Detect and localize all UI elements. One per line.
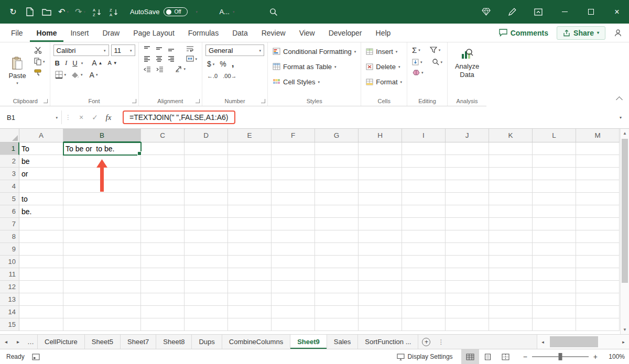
column-header-E[interactable]: E bbox=[228, 129, 272, 142]
cell-D10[interactable] bbox=[185, 256, 228, 268]
cell-H14[interactable] bbox=[359, 306, 402, 318]
cell-F10[interactable] bbox=[272, 256, 315, 268]
conditional-formatting-button[interactable]: Conditional Formatting ▾ bbox=[271, 45, 357, 58]
cell-I9[interactable] bbox=[402, 243, 446, 256]
column-header-I[interactable]: I bbox=[402, 129, 446, 142]
cell-H8[interactable] bbox=[359, 230, 402, 243]
tab-view[interactable]: View bbox=[292, 24, 322, 42]
cell-K5[interactable] bbox=[489, 193, 533, 205]
cell-E13[interactable] bbox=[228, 293, 272, 306]
top-align-button[interactable] bbox=[142, 45, 152, 53]
row-header-3[interactable]: 3 bbox=[0, 168, 19, 180]
column-header-L[interactable]: L bbox=[533, 129, 576, 142]
cell-D1[interactable] bbox=[185, 142, 228, 155]
font-size-select[interactable]: 11▾ bbox=[111, 45, 135, 56]
borders-button[interactable]: ▾ bbox=[53, 70, 68, 80]
autosum-button[interactable]: Σ▾ bbox=[410, 45, 422, 56]
cell-H13[interactable] bbox=[359, 293, 402, 306]
cell-F3[interactable] bbox=[272, 168, 315, 180]
cell-F7[interactable] bbox=[272, 218, 315, 230]
column-header-C[interactable]: C bbox=[141, 129, 185, 142]
cell-C5[interactable] bbox=[141, 193, 185, 205]
normal-view-button[interactable] bbox=[461, 349, 479, 364]
tab-draw[interactable]: Draw bbox=[95, 24, 126, 42]
find-select-button[interactable]: ▾ bbox=[430, 57, 444, 67]
expand-formula-bar-icon[interactable]: ▾ bbox=[620, 115, 626, 120]
cell-D3[interactable] bbox=[185, 168, 228, 180]
row-header-7[interactable]: 7 bbox=[0, 218, 19, 230]
clear-button[interactable]: ▾ bbox=[410, 68, 425, 76]
cell-A10[interactable] bbox=[19, 256, 63, 268]
zoom-out-button[interactable]: − bbox=[523, 352, 527, 361]
cell-A13[interactable] bbox=[19, 293, 63, 306]
cell-K6[interactable] bbox=[489, 205, 533, 218]
orientation-button[interactable]: ab▾ bbox=[173, 64, 188, 73]
cell-M5[interactable] bbox=[576, 193, 620, 205]
decrease-indent-button[interactable] bbox=[142, 65, 153, 73]
cell-A14[interactable] bbox=[19, 306, 63, 318]
cell-G15[interactable] bbox=[315, 318, 359, 331]
merge-center-button[interactable]: ▾ bbox=[185, 54, 199, 63]
vertical-scrollbar[interactable]: ▲ ▼ bbox=[620, 129, 629, 334]
cell-C15[interactable] bbox=[141, 318, 185, 331]
sheet-tab-sheet8[interactable]: Sheet8 bbox=[156, 335, 192, 349]
row-header-9[interactable]: 9 bbox=[0, 243, 19, 256]
cell-H9[interactable] bbox=[359, 243, 402, 256]
cell-F9[interactable] bbox=[272, 243, 315, 256]
sheet-tab-combinecolumns[interactable]: CombineColumns bbox=[222, 335, 290, 349]
cell-G1[interactable] bbox=[315, 142, 359, 155]
cell-B9[interactable] bbox=[63, 243, 141, 256]
tab-formulas[interactable]: Formulas bbox=[181, 24, 225, 42]
cell-L13[interactable] bbox=[533, 293, 576, 306]
cell-D2[interactable] bbox=[185, 155, 228, 168]
autosave-sync-icon[interactable]: ↻ bbox=[5, 4, 21, 20]
scroll-left-icon[interactable]: ◂ bbox=[537, 335, 548, 349]
cell-K8[interactable] bbox=[489, 230, 533, 243]
cell-L11[interactable] bbox=[533, 268, 576, 281]
bottom-align-button[interactable] bbox=[166, 45, 176, 53]
cell-J8[interactable] bbox=[446, 230, 489, 243]
cell-L8[interactable] bbox=[533, 230, 576, 243]
cell-F13[interactable] bbox=[272, 293, 315, 306]
center-button[interactable] bbox=[154, 54, 164, 63]
cell-A12[interactable] bbox=[19, 281, 63, 293]
sheet-tab-cellpicture[interactable]: CellPicture bbox=[38, 335, 85, 349]
cell-G2[interactable] bbox=[315, 155, 359, 168]
pen-icon[interactable] bbox=[502, 4, 522, 20]
cell-I1[interactable] bbox=[402, 142, 446, 155]
cell-G9[interactable] bbox=[315, 243, 359, 256]
cell-E3[interactable] bbox=[228, 168, 272, 180]
collapse-ribbon-button[interactable] bbox=[616, 96, 623, 103]
cell-H5[interactable] bbox=[359, 193, 402, 205]
cell-E10[interactable] bbox=[228, 256, 272, 268]
cell-J13[interactable] bbox=[446, 293, 489, 306]
font-color-button[interactable]: A ▾ bbox=[88, 70, 101, 80]
cell-E2[interactable] bbox=[228, 155, 272, 168]
cell-H15[interactable] bbox=[359, 318, 402, 331]
cell-C14[interactable] bbox=[141, 306, 185, 318]
tab-developer[interactable]: Developer bbox=[322, 24, 369, 42]
cell-H10[interactable] bbox=[359, 256, 402, 268]
sort-descending-button[interactable]: ZA bbox=[106, 4, 122, 20]
cell-F8[interactable] bbox=[272, 230, 315, 243]
cell-I2[interactable] bbox=[402, 155, 446, 168]
cell-F12[interactable] bbox=[272, 281, 315, 293]
undo-button[interactable]: ↶▾ bbox=[56, 4, 71, 20]
font-name-select[interactable]: Calibri▾ bbox=[53, 45, 109, 56]
cell-E1[interactable] bbox=[228, 142, 272, 155]
column-header-J[interactable]: J bbox=[446, 129, 489, 142]
row-header-10[interactable]: 10 bbox=[0, 256, 19, 268]
cell-A9[interactable] bbox=[19, 243, 63, 256]
sheet-tab-sales[interactable]: Sales bbox=[327, 335, 359, 349]
cell-I7[interactable] bbox=[402, 218, 446, 230]
cell-D7[interactable] bbox=[185, 218, 228, 230]
sheet-tab-sortfunction[interactable]: SortFunction ... bbox=[358, 335, 418, 349]
cell-E5[interactable] bbox=[228, 193, 272, 205]
cell-M3[interactable] bbox=[576, 168, 620, 180]
middle-align-button[interactable] bbox=[154, 45, 164, 53]
format-as-table-button[interactable]: Format as Table ▾ bbox=[271, 60, 357, 73]
increase-decimal-button[interactable]: ←.0 bbox=[205, 72, 219, 80]
cell-K10[interactable] bbox=[489, 256, 533, 268]
cell-I3[interactable] bbox=[402, 168, 446, 180]
cell-K3[interactable] bbox=[489, 168, 533, 180]
